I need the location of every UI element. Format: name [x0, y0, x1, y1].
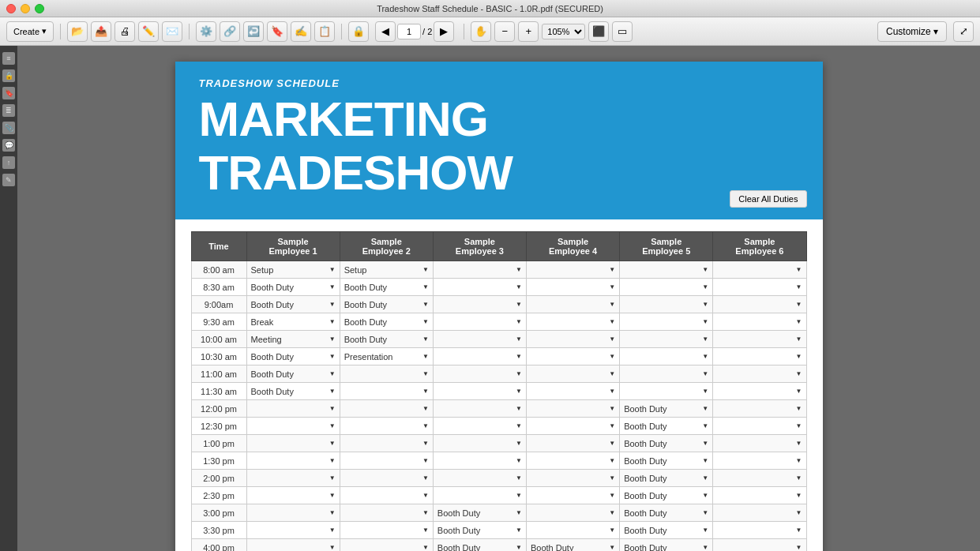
duty-cell-e6[interactable]: ▼: [713, 452, 806, 470]
duty-cell-e2[interactable]: ▼: [340, 452, 433, 470]
duty-cell-e1[interactable]: ▼: [246, 435, 340, 452]
duty-cell-e1[interactable]: ▼: [246, 400, 340, 418]
duty-cell-e6[interactable]: ▼: [713, 365, 806, 383]
duty-cell-e6[interactable]: ▼: [713, 487, 806, 504]
duty-cell-e4[interactable]: ▼: [526, 296, 619, 313]
duty-cell-e6[interactable]: ▼: [713, 470, 806, 487]
duty-cell-e2[interactable]: Booth Duty▼: [340, 279, 433, 296]
duty-cell-e2[interactable]: ▼: [340, 504, 433, 522]
zoom-out-button[interactable]: −: [494, 21, 515, 42]
duty-cell-e1[interactable]: Booth Duty▼: [246, 365, 340, 383]
duty-cell-e2[interactable]: Presentation▼: [340, 348, 433, 365]
duty-cell-e3[interactable]: Booth Duty▼: [433, 522, 526, 539]
duty-cell-e6[interactable]: ▼: [713, 435, 806, 452]
duty-cell-e4[interactable]: ▼: [526, 261, 619, 279]
duty-cell-e4[interactable]: ▼: [526, 452, 619, 470]
link-button[interactable]: 🔗: [220, 21, 240, 42]
duty-cell-e6[interactable]: ▼: [713, 504, 806, 522]
duty-cell-e5[interactable]: ▼: [620, 261, 713, 279]
duty-cell-e5[interactable]: Booth Duty▼: [620, 470, 713, 487]
sidebar-pages-icon[interactable]: ≡: [2, 52, 15, 65]
page-number-input[interactable]: [397, 24, 421, 39]
duty-cell-e6[interactable]: ▼: [713, 331, 806, 348]
customize-button[interactable]: Customize ▾: [877, 21, 947, 42]
duty-cell-e1[interactable]: ▼: [246, 539, 340, 551]
duty-cell-e2[interactable]: ▼: [340, 383, 433, 400]
duty-cell-e1[interactable]: Setup▼: [246, 261, 340, 279]
duty-cell-e6[interactable]: ▼: [713, 261, 806, 279]
duty-cell-e4[interactable]: ▼: [526, 331, 619, 348]
duty-cell-e1[interactable]: Booth Duty▼: [246, 348, 340, 365]
duty-cell-e5[interactable]: ▼: [620, 296, 713, 313]
zoom-select[interactable]: 105% 100% 75% 125% 150%: [542, 24, 585, 39]
duty-cell-e2[interactable]: ▼: [340, 365, 433, 383]
duty-cell-e3[interactable]: ▼: [433, 313, 526, 331]
stamp-button[interactable]: 📋: [314, 21, 335, 42]
duty-cell-e3[interactable]: ▼: [433, 261, 526, 279]
clear-duties-button[interactable]: Clear All Duties: [730, 190, 806, 208]
duty-cell-e2[interactable]: Booth Duty▼: [340, 296, 433, 313]
duty-cell-e6[interactable]: ▼: [713, 383, 806, 400]
duty-cell-e3[interactable]: ▼: [433, 435, 526, 452]
duty-cell-e2[interactable]: ▼: [340, 522, 433, 539]
duty-cell-e5[interactable]: ▼: [620, 365, 713, 383]
sidebar-layers-icon[interactable]: ≣: [2, 104, 15, 117]
sidebar-lock-icon[interactable]: 🔒: [2, 69, 15, 82]
duty-cell-e4[interactable]: Booth Duty▼: [526, 539, 619, 551]
duty-cell-e2[interactable]: Setup▼: [340, 261, 433, 279]
redact-button[interactable]: 🔒: [348, 21, 369, 42]
print-button[interactable]: 🖨: [115, 21, 135, 42]
duty-cell-e3[interactable]: ▼: [433, 452, 526, 470]
duty-cell-e3[interactable]: ▼: [433, 470, 526, 487]
zoom-in-button[interactable]: +: [518, 21, 539, 42]
duty-cell-e3[interactable]: Booth Duty▼: [433, 504, 526, 522]
sign-button[interactable]: ✍️: [291, 21, 311, 42]
duty-cell-e2[interactable]: ▼: [340, 418, 433, 435]
duty-cell-e6[interactable]: ▼: [713, 539, 806, 551]
duty-cell-e4[interactable]: ▼: [526, 435, 619, 452]
duty-cell-e4[interactable]: ▼: [526, 487, 619, 504]
duty-cell-e5[interactable]: Booth Duty▼: [620, 522, 713, 539]
duty-cell-e5[interactable]: Booth Duty▼: [620, 400, 713, 418]
duty-cell-e4[interactable]: ▼: [526, 418, 619, 435]
duty-cell-e2[interactable]: ▼: [340, 400, 433, 418]
duty-cell-e4[interactable]: ▼: [526, 470, 619, 487]
duty-cell-e2[interactable]: Booth Duty▼: [340, 313, 433, 331]
duty-cell-e2[interactable]: ▼: [340, 487, 433, 504]
duty-cell-e3[interactable]: ▼: [433, 400, 526, 418]
duty-cell-e3[interactable]: ▼: [433, 383, 526, 400]
duty-cell-e6[interactable]: ▼: [713, 279, 806, 296]
duty-cell-e5[interactable]: ▼: [620, 279, 713, 296]
maximize-button[interactable]: [35, 4, 44, 13]
duty-cell-e6[interactable]: ▼: [713, 313, 806, 331]
duty-cell-e2[interactable]: Booth Duty▼: [340, 331, 433, 348]
sidebar-attach-icon[interactable]: 📎: [2, 122, 15, 134]
duty-cell-e5[interactable]: Booth Duty▼: [620, 504, 713, 522]
duty-cell-e1[interactable]: Booth Duty▼: [246, 296, 340, 313]
duty-cell-e4[interactable]: ▼: [526, 400, 619, 418]
duty-cell-e2[interactable]: ▼: [340, 539, 433, 551]
duty-cell-e1[interactable]: ▼: [246, 522, 340, 539]
duty-cell-e5[interactable]: Booth Duty▼: [620, 418, 713, 435]
duty-cell-e1[interactable]: Booth Duty▼: [246, 383, 340, 400]
duty-cell-e5[interactable]: Booth Duty▼: [620, 435, 713, 452]
duty-cell-e3[interactable]: ▼: [433, 418, 526, 435]
duty-cell-e4[interactable]: ▼: [526, 383, 619, 400]
duty-cell-e5[interactable]: ▼: [620, 383, 713, 400]
duty-cell-e6[interactable]: ▼: [713, 400, 806, 418]
settings-button[interactable]: ⚙️: [196, 21, 216, 42]
duty-cell-e1[interactable]: ▼: [246, 470, 340, 487]
sidebar-share-icon[interactable]: ↑: [2, 156, 15, 169]
duty-cell-e3[interactable]: ▼: [433, 331, 526, 348]
duty-cell-e1[interactable]: Booth Duty▼: [246, 279, 340, 296]
bookmark-button[interactable]: 🔖: [267, 21, 287, 42]
duty-cell-e3[interactable]: ▼: [433, 296, 526, 313]
duty-cell-e3[interactable]: ▼: [433, 348, 526, 365]
expand-button[interactable]: ⤢: [953, 21, 974, 42]
open-file-button[interactable]: 📂: [67, 21, 88, 42]
fit-width-button[interactable]: ⬛: [588, 21, 609, 42]
duty-cell-e1[interactable]: ▼: [246, 504, 340, 522]
fit-page-button[interactable]: ▭: [612, 21, 633, 42]
duty-cell-e4[interactable]: ▼: [526, 279, 619, 296]
duty-cell-e4[interactable]: ▼: [526, 504, 619, 522]
